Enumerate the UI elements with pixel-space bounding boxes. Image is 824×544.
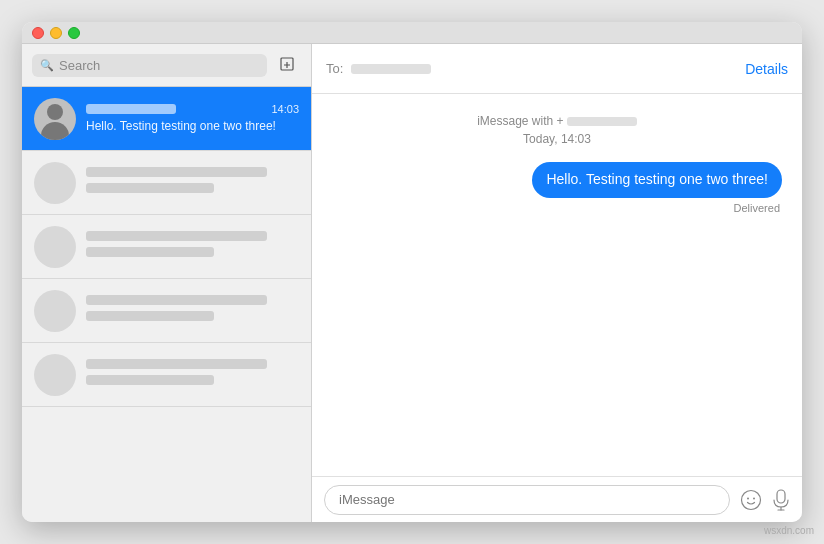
placeholder-bar [86, 359, 267, 369]
avatar [34, 162, 76, 204]
avatar [34, 226, 76, 268]
conversation-list: 14:03 Hello. Testing testing one two thr… [22, 87, 311, 522]
minimize-button[interactable] [50, 27, 62, 39]
svg-point-4 [747, 497, 749, 499]
thread-label: iMessage with + [477, 114, 637, 128]
to-label: To: [326, 61, 343, 76]
emoji-button[interactable] [740, 489, 762, 511]
sidebar: 🔍 Search [22, 44, 312, 522]
contact-name-bar [86, 104, 176, 114]
search-placeholder: Search [59, 58, 100, 73]
to-contact-bar [351, 64, 431, 74]
thread-time: Today, 14:03 [523, 132, 591, 146]
main-content: 🔍 Search [22, 44, 802, 522]
chat-header: To: Details [312, 44, 802, 94]
conversation-info [86, 167, 299, 199]
message-bubble: Hello. Testing testing one two three! [532, 162, 782, 198]
avatar-body [41, 122, 69, 140]
title-bar [22, 22, 802, 44]
svg-point-3 [742, 490, 761, 509]
placeholder-bar [86, 247, 214, 257]
conversation-item[interactable]: 14:03 Hello. Testing testing one two thr… [22, 87, 311, 151]
placeholder-bar [86, 167, 267, 177]
input-bar [312, 476, 802, 522]
conversation-info [86, 231, 299, 263]
watermark: wsxdn.com [764, 525, 814, 536]
conversation-info [86, 359, 299, 391]
message-row: Hello. Testing testing one two three! [332, 162, 782, 198]
avatar [34, 98, 76, 140]
conversation-item[interactable] [22, 279, 311, 343]
conversation-item[interactable] [22, 343, 311, 407]
conversation-top: 14:03 [86, 103, 299, 115]
conversation-info [86, 295, 299, 327]
placeholder-bar [86, 231, 267, 241]
preview-text: Hello. Testing testing one two three! [86, 118, 299, 135]
microphone-button[interactable] [772, 489, 790, 511]
maximize-button[interactable] [68, 27, 80, 39]
placeholder-bar [86, 375, 214, 385]
messages-window: 🔍 Search [22, 22, 802, 522]
placeholder-bar [86, 295, 267, 305]
avatar [34, 354, 76, 396]
conversation-item[interactable] [22, 215, 311, 279]
to-line: To: [326, 61, 431, 76]
svg-point-5 [753, 497, 755, 499]
sidebar-header: 🔍 Search [22, 44, 311, 87]
search-icon: 🔍 [40, 59, 54, 72]
details-button[interactable]: Details [745, 61, 788, 77]
contact-redacted [567, 117, 637, 126]
conversation-info: 14:03 Hello. Testing testing one two thr… [86, 103, 299, 135]
search-bar[interactable]: 🔍 Search [32, 54, 267, 77]
message-input[interactable] [324, 485, 730, 515]
avatar [34, 290, 76, 332]
svg-rect-6 [777, 490, 785, 503]
avatar-person [34, 98, 76, 140]
conversation-item[interactable] [22, 151, 311, 215]
avatar-head [47, 104, 63, 120]
chat-area: To: Details iMessage with + Today, 14:03… [312, 44, 802, 522]
close-button[interactable] [32, 27, 44, 39]
placeholder-bar [86, 311, 214, 321]
time-label: 14:03 [271, 103, 299, 115]
compose-button[interactable] [275, 52, 301, 78]
delivered-label: Delivered [332, 202, 782, 214]
messages-area: iMessage with + Today, 14:03 Hello. Test… [312, 94, 802, 476]
placeholder-bar [86, 183, 214, 193]
